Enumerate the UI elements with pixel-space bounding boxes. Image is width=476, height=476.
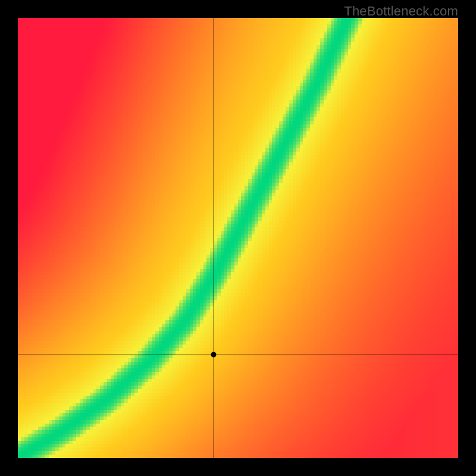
chart-container: TheBottleneck.com — [0, 0, 476, 476]
watermark-text: TheBottleneck.com — [344, 4, 458, 19]
marker-point — [211, 352, 217, 358]
heatmap-canvas — [18, 18, 458, 458]
crosshair-horizontal — [18, 355, 458, 355]
plot-area — [18, 18, 458, 458]
crosshair-vertical — [214, 18, 214, 458]
